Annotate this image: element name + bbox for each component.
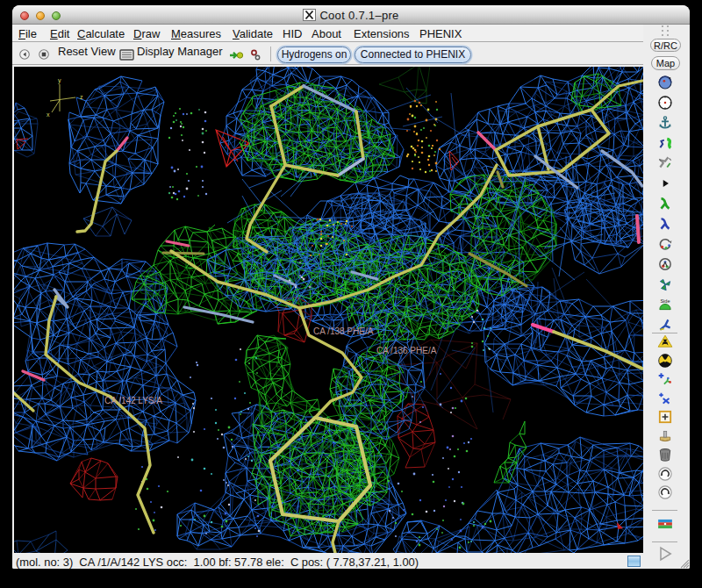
svg-text:CA /142 LYS/A: CA /142 LYS/A xyxy=(104,396,162,405)
svg-text:z: z xyxy=(80,94,83,100)
svg-text:x: x xyxy=(47,111,50,118)
svg-text:CA /136 PHE/A: CA /136 PHE/A xyxy=(376,346,437,355)
svg-text:CA /138 PHE/A: CA /138 PHE/A xyxy=(313,326,374,336)
svg-text:Side: Side xyxy=(660,298,670,304)
svg-text:y: y xyxy=(58,77,61,84)
